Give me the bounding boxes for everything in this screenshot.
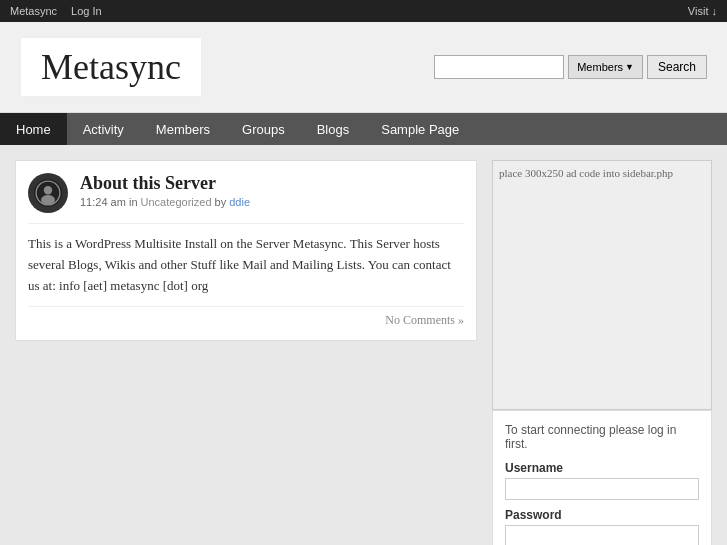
username-input[interactable] (505, 478, 699, 500)
login-connect-text: To start connecting please log in first. (505, 423, 699, 451)
nav-activity[interactable]: Activity (67, 113, 140, 145)
nav-home[interactable]: Home (0, 113, 67, 145)
login-box: To start connecting please log in first.… (492, 410, 712, 545)
post-header: About this Server 11:24 am in Uncategori… (28, 173, 464, 213)
admin-site-name[interactable]: Metasync (10, 5, 57, 17)
main-wrapper: About this Server 11:24 am in Uncategori… (0, 145, 727, 545)
sidebar-ad: place 300x250 ad code into sidebar.php (492, 160, 712, 410)
username-label: Username (505, 461, 699, 475)
post-title: About this Server (80, 173, 464, 194)
content-area: About this Server 11:24 am in Uncategori… (15, 160, 477, 545)
search-input[interactable] (434, 55, 564, 79)
post-divider (28, 306, 464, 307)
post-meta: About this Server 11:24 am in Uncategori… (80, 173, 464, 208)
members-button[interactable]: Members ▼ (568, 55, 643, 79)
site-header: Metasync Members ▼ Search (0, 22, 727, 113)
svg-point-2 (44, 186, 52, 194)
nav-blogs[interactable]: Blogs (301, 113, 366, 145)
admin-login-link[interactable]: Log In (71, 5, 102, 17)
post-footer: No Comments » (28, 313, 464, 328)
sidebar: place 300x250 ad code into sidebar.php T… (492, 160, 712, 545)
search-area: Members ▼ Search (434, 55, 707, 79)
password-label: Password (505, 508, 699, 522)
avatar (28, 173, 68, 213)
admin-bar: Metasync Log In Visit ↓ (0, 0, 727, 22)
main-nav: Home Activity Members Groups Blogs Sampl… (0, 113, 727, 145)
nav-groups[interactable]: Groups (226, 113, 301, 145)
svg-point-3 (41, 195, 55, 205)
password-input[interactable] (505, 525, 699, 545)
post-category[interactable]: Uncategorized (141, 196, 212, 208)
search-button[interactable]: Search (647, 55, 707, 79)
admin-visit-link[interactable]: Visit ↓ (688, 5, 717, 17)
post-author[interactable]: ddie (229, 196, 250, 208)
comments-link[interactable]: No Comments » (385, 313, 464, 327)
nav-members[interactable]: Members (140, 113, 226, 145)
post: About this Server 11:24 am in Uncategori… (15, 160, 477, 341)
post-time: 11:24 am in Uncategorized by ddie (80, 196, 464, 208)
chevron-down-icon: ▼ (625, 62, 634, 72)
site-title[interactable]: Metasync (20, 37, 202, 97)
post-content: This is a WordPress Multisite Install on… (28, 223, 464, 296)
nav-sample-page[interactable]: Sample Page (365, 113, 475, 145)
